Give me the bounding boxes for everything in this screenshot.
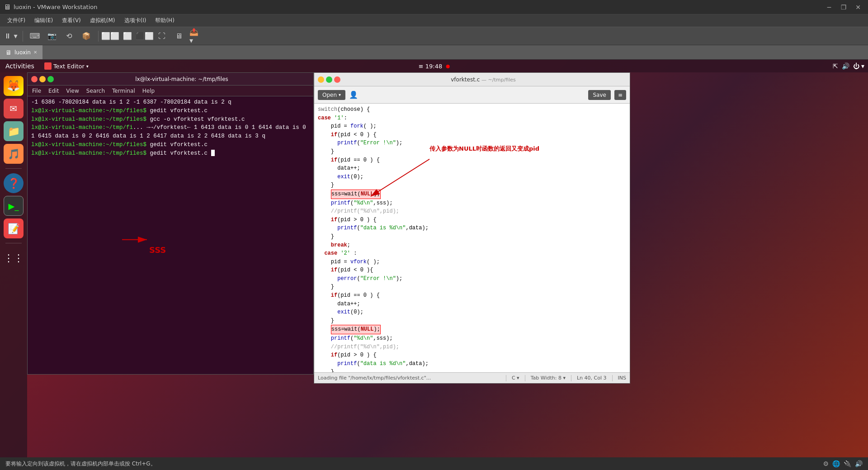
term-menu-terminal[interactable]: Terminal [109,88,138,94]
gedit-toolbar: Open ▾ 👤 Save ≡ [314,86,630,104]
activities-button[interactable]: Activities [0,62,40,70]
power-icon[interactable]: ⏻ ▾ [853,62,864,70]
volume-icon[interactable]: 🔊 [842,62,849,70]
open-dropdown-icon[interactable]: ▾ [339,92,341,97]
vm-tab-icon: 🖥 [5,49,12,56]
term-menu-file[interactable]: File [29,88,44,94]
gedit-photo-btn[interactable]: 👤 [349,90,358,99]
expand-icon[interactable]: ⇱ [833,62,838,70]
code-line-17: break; [318,241,626,250]
ubuntu-desktop: Activities Text Editor ▾ ≡ 19:48 ⇱ 🔊 ⏻ ▾… [0,60,868,457]
terminal-menubar: File Edit View Search Terminal Help [28,85,313,96]
menu-tabs[interactable]: 选项卡(I) [121,16,150,25]
vm-audio-icon[interactable]: 🔊 [855,460,863,467]
gedit-open-button[interactable]: Open ▾ [318,90,345,100]
code-line-32: } [318,368,626,372]
restore-button[interactable]: ❐ [837,1,850,14]
gedit-statusbar: Loading file "/home/lx/tmp/files/vforkte… [314,372,630,383]
fullscreen-button[interactable]: ⛶ [155,29,169,43]
sidebar-item-files[interactable]: 📁 [4,121,24,141]
gedit-filepath: — [481,77,488,83]
term-line-3: -78020184 [58,99,89,105]
tab-view-button[interactable]: ⬛⬜ [137,29,152,43]
vm-usb-icon[interactable]: 🔌 [844,460,851,467]
terminal-body[interactable]: -1 6386 -78020184 data is 1 2 -1 6387 -7… [28,96,313,374]
menu-vm[interactable]: 虚拟机(M) [86,16,119,25]
pause-button[interactable]: ⏸ ▾ [4,29,18,43]
vm-tabbar: 🖥 luoxin ✕ [0,45,868,60]
single-view-button[interactable]: ⬜ [120,29,135,43]
code-line-5: printf("Error !\n"); [318,139,626,147]
code-line-25: exit(0); [318,308,626,317]
code-line-11: sss=wait(NULL); [318,190,626,199]
terminal-titlebar: lx@lx-virtual-machine: ~/tmp/files [28,73,313,85]
tab-width-label: Tab Width: 8 [531,375,561,381]
menu-edit[interactable]: 编辑(E) [31,16,57,25]
gedit-code-editor[interactable]: switch(choose) { case '1': pid = fork( )… [314,104,630,372]
code-line-30: if(pid > 0 ) { [318,351,626,360]
gedit-filepath-label: ~/tmp/files [488,77,516,83]
code-line-7: if(pid == 0 ) { [318,156,626,165]
term-menu-help[interactable]: Help [140,88,157,94]
gedit-minimize-button[interactable] [318,76,324,83]
sidebar-item-rhythmbox[interactable]: 🎵 [4,144,24,164]
restore-snapshot-button[interactable]: ⟲ [62,29,76,43]
sidebar-item-gedit[interactable]: 📝 [4,218,24,238]
code-line-15: printf("data is %d\n",data); [318,224,626,233]
text-editor-dropdown-icon: ▾ [86,64,89,69]
vm-network-icon[interactable]: 🌐 [832,460,840,467]
code-line-22: } [318,283,626,291]
snapshot-button[interactable]: 📷 [45,29,59,43]
text-editor-button[interactable]: Text Editor ▾ [40,62,93,70]
close-button[interactable]: ✕ [852,1,864,14]
term-line-17: 1 [252,124,255,131]
language-selector[interactable]: C ▾ [512,375,519,381]
gedit-save-button[interactable]: Save [588,90,610,100]
term-line-22: data is 0 [55,133,86,139]
files-icon: 📁 [8,126,20,137]
tab-width-selector[interactable]: Tab Width: 8 ▾ [531,375,566,381]
term-line-14: 1 [194,124,198,131]
snapshot-manager-button[interactable]: 📦 [79,29,94,43]
term-line-32: q [262,133,265,139]
sidebar-item-terminal[interactable]: ▶_ [4,196,24,216]
gedit-close-button[interactable] [334,76,340,83]
vmware-titlebar: 🖥 luoxin - VMware Workstation ─ ❐ ✕ [0,0,868,14]
minimize-button[interactable]: ─ [823,1,835,14]
sidebar-item-email[interactable]: ✉ [4,99,24,119]
sidebar-item-help[interactable]: ❓ [4,173,24,193]
vm-tab-close-icon[interactable]: ✕ [33,50,37,55]
firefox-icon: 🦊 [7,80,20,92]
menu-help[interactable]: 帮助(H) [151,16,178,25]
split-view-button[interactable]: ⬜⬜ [103,29,118,43]
terminal-minimize-button[interactable] [39,76,46,82]
gedit-maximize-button[interactable] [326,76,332,83]
sidebar-item-grid[interactable]: ⋮⋮ [4,248,24,268]
grid-icon: ⋮⋮ [4,252,24,264]
term-menu-view[interactable]: View [63,88,81,94]
display-button[interactable]: 🖥 [172,29,186,43]
term-line-12: lx@lx-virtual-machine:~/tmp/files$ [31,116,146,123]
vm-tab-luoxin[interactable]: 🖥 luoxin ✕ [0,45,42,59]
send-view-button[interactable]: 📤 ▾ [189,29,203,43]
menu-file[interactable]: 文件(F) [4,16,29,25]
term-menu-search[interactable]: Search [84,88,108,94]
term-line-19: data is 0 [275,124,306,131]
send-keys-button[interactable]: ⌨ [28,29,42,43]
term-line-15: 6413 [201,124,214,131]
code-line-1: switch(choose) { [318,105,626,114]
menu-view[interactable]: 查看(V) [58,16,85,25]
term-line-28: data is 2 [170,133,201,139]
vm-settings-icon[interactable]: ⚙ [823,460,829,467]
term-line-16: data is 0 [218,124,249,131]
terminal-close-button[interactable] [31,76,38,82]
term-line-7: 6387 [143,99,157,105]
time-label: ≡ 19:48 [419,63,443,70]
terminal-title: lx@lx-virtual-machine: ~/tmp/files [54,76,310,82]
sidebar-item-firefox[interactable]: 🦊 [4,76,24,96]
gedit-menu-button[interactable]: ≡ [614,90,626,100]
term-line-18: 6414 [259,124,272,131]
terminal-maximize-button[interactable] [47,76,54,82]
gedit-titlebar: vforktest.c — ~/tmp/files [314,73,630,86]
term-menu-edit[interactable]: Edit [46,88,61,94]
